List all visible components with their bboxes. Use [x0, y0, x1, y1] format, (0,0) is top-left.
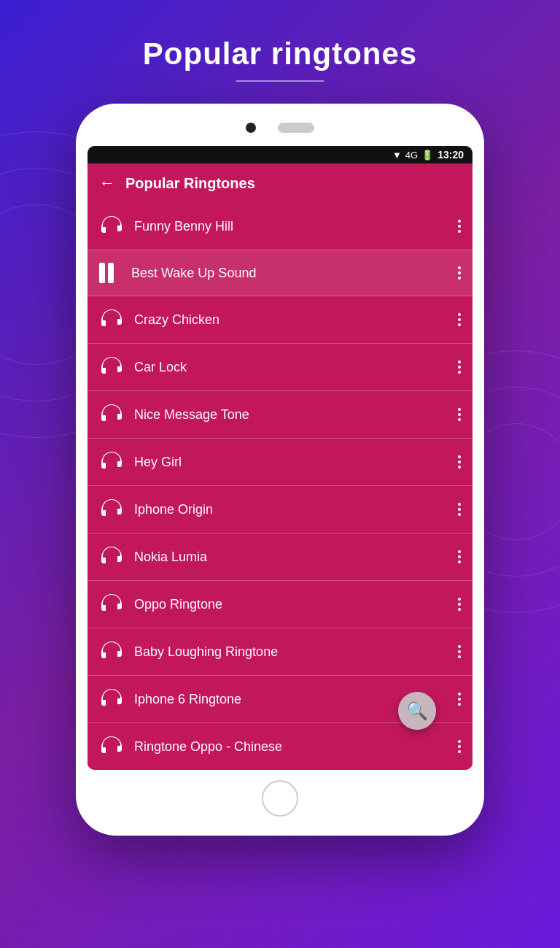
headphone-icon: [99, 498, 124, 521]
headphone-icon: [99, 593, 124, 616]
ringtone-name: Ringtone Oppo - Chinese: [134, 739, 458, 755]
phone-bottom-bar: [88, 770, 472, 822]
more-options-button[interactable]: [458, 740, 461, 753]
headphone-icon: [99, 545, 124, 569]
more-options-button[interactable]: [458, 693, 461, 706]
pause-icon: [99, 262, 121, 284]
ringtone-name: Hey Girl: [134, 455, 458, 470]
title-underline: [236, 80, 324, 82]
ringtone-name: Nice Message Tone: [134, 407, 458, 423]
more-options-button[interactable]: [458, 220, 461, 233]
headphone-icon: [99, 215, 124, 238]
page-title: Popular ringtones: [143, 36, 417, 72]
more-options-button[interactable]: [458, 645, 461, 658]
app-toolbar: ← Popular Ringtones: [88, 163, 472, 203]
search-icon: 🔍: [406, 701, 428, 721]
ringtone-list: Funny Benny Hill Best Wake Up Sound: [88, 203, 472, 770]
more-options-button[interactable]: [458, 455, 461, 469]
headphone-icon: [99, 640, 124, 663]
headphone-icon: [99, 735, 124, 758]
battery-icon: 🔋: [421, 150, 433, 161]
list-item[interactable]: Ringtone Oppo - Chinese: [88, 723, 472, 770]
headphone-icon: [99, 308, 124, 331]
list-item[interactable]: Oppo Ringtone: [88, 581, 472, 628]
back-button[interactable]: ←: [99, 174, 115, 193]
list-item[interactable]: Iphone 6 Ringtone 🔍: [88, 676, 472, 723]
ringtone-name: Crazy Chicken: [134, 312, 458, 328]
network-label: 4G: [405, 150, 418, 161]
more-options-button[interactable]: [458, 550, 461, 563]
list-item[interactable]: Funny Benny Hill: [88, 203, 472, 250]
ringtone-name: Baby Loughing Ringtone: [134, 644, 458, 660]
list-item[interactable]: Car Lock: [88, 344, 472, 391]
phone-top-bar: [88, 117, 472, 139]
search-button[interactable]: 🔍: [398, 692, 436, 730]
list-item[interactable]: Hey Girl: [88, 439, 472, 486]
phone-speaker: [278, 123, 314, 133]
phone-frame: ▼ 4G 🔋 13:20 ← Popular Ringtones Funny B…: [76, 104, 484, 836]
list-item[interactable]: Crazy Chicken: [88, 296, 472, 344]
headphone-icon: [99, 355, 124, 379]
ringtone-name: Oppo Ringtone: [134, 597, 458, 612]
more-options-button[interactable]: [458, 361, 461, 374]
list-item[interactable]: Best Wake Up Sound: [88, 250, 472, 296]
headphone-icon: [99, 450, 124, 474]
headphone-icon: [99, 403, 124, 426]
more-options-button[interactable]: [458, 313, 461, 326]
ringtone-name: Funny Benny Hill: [134, 219, 458, 234]
list-item[interactable]: Nice Message Tone: [88, 391, 472, 439]
toolbar-title: Popular Ringtones: [125, 175, 255, 192]
ringtone-name: Best Wake Up Sound: [131, 266, 458, 281]
list-item[interactable]: Baby Loughing Ringtone: [88, 628, 472, 676]
ringtone-name: Nokia Lumia: [134, 550, 458, 565]
wifi-icon: ▼: [392, 150, 402, 161]
status-time: 13:20: [438, 149, 464, 161]
more-options-button[interactable]: [458, 408, 461, 421]
more-options-button[interactable]: [458, 598, 461, 611]
list-item[interactable]: Iphone Origin: [88, 486, 472, 533]
ringtone-name: Iphone Origin: [134, 502, 458, 517]
list-item[interactable]: Nokia Lumia: [88, 533, 472, 581]
phone-home-button[interactable]: [262, 780, 298, 817]
phone-camera: [246, 123, 256, 133]
ringtone-name: Car Lock: [134, 360, 458, 375]
status-bar: ▼ 4G 🔋 13:20: [88, 146, 472, 163]
headphone-icon: [99, 687, 124, 711]
phone-screen: ▼ 4G 🔋 13:20 ← Popular Ringtones Funny B…: [88, 146, 472, 770]
more-options-button[interactable]: [458, 266, 461, 280]
status-icons: ▼ 4G 🔋: [392, 150, 433, 161]
more-options-button[interactable]: [458, 503, 461, 516]
